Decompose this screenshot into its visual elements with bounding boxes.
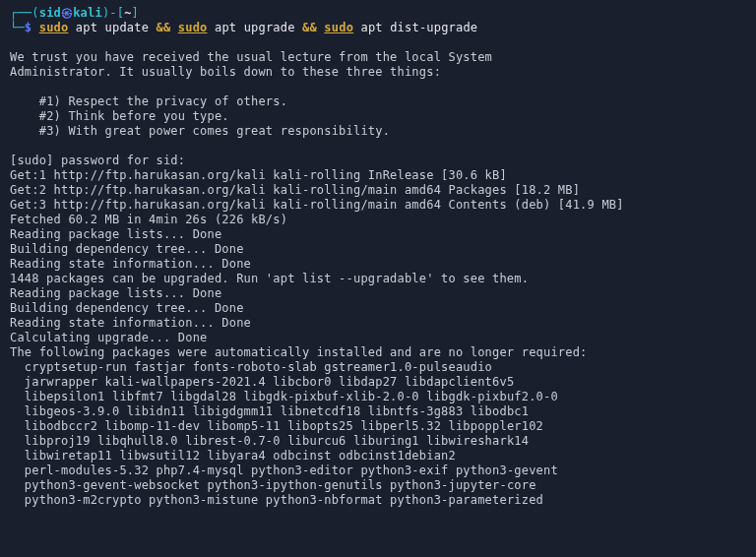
cmd-apt-distupgrade: apt dist-upgrade: [353, 21, 477, 34]
output-line: python3-m2crypto python3-mistune python3…: [10, 493, 543, 507]
text: ...: [185, 301, 207, 315]
text: Building dependency tree: [10, 242, 185, 256]
prompt-line-1: ┌──(sid㉿kali)-[~]: [10, 6, 139, 20]
text: Done: [207, 301, 243, 315]
text: ...: [163, 227, 185, 241]
text: Calculating upgrade: [10, 331, 149, 344]
text: Done: [215, 257, 251, 271]
cmd-sudo-3: sudo: [324, 21, 353, 34]
terminal-window[interactable]: ┌──(sid㉿kali)-[~] └─$ sudo apt update &&…: [0, 0, 756, 557]
output-line: Reading state information... Done: [10, 257, 251, 271]
output-line: Fetched 60.2 MB in 4min 26s (226 kB/s): [10, 213, 287, 226]
output-line: We trust you have received the usual lec…: [10, 50, 492, 64]
prompt-box-close: )-[: [102, 6, 124, 20]
output-line: libgeos-3.9.0 libidn11 libigdgmm11 libne…: [10, 404, 529, 418]
text: ...: [149, 331, 170, 344]
prompt-line-2: └─$ sudo apt update && sudo apt upgrade …: [10, 21, 477, 34]
output-line: Reading package lists... Done: [10, 227, 221, 241]
output-line: Building dependency tree... Done: [10, 242, 244, 256]
prompt-box-end: ]: [132, 6, 139, 20]
output-line: Administrator. It usually boils down to …: [10, 65, 441, 79]
cmd-sp-1: [170, 21, 177, 34]
output-line: Reading package lists... Done: [10, 286, 221, 300]
cmd-and-2: &&: [302, 21, 317, 34]
text: Building dependency tree: [10, 301, 185, 315]
output-line: The following packages were automaticall…: [10, 345, 588, 359]
prompt-dollar: $: [25, 21, 39, 34]
text: ...: [185, 242, 207, 256]
output-line: #2) Think before you type.: [10, 109, 229, 123]
text: Done: [170, 331, 207, 344]
prompt-host: kali: [73, 6, 102, 20]
prompt-cwd: ~: [124, 6, 131, 20]
output-line: libproj19 libqhull8.0 librest-0.7-0 libu…: [10, 434, 529, 448]
output-line: Get:2 http://ftp.harukasan.org/kali kali…: [10, 183, 580, 197]
output-line: #3) With great power comes great respons…: [10, 124, 390, 138]
output-line: [sudo] password for sid:: [10, 154, 185, 167]
text: ...: [163, 286, 185, 300]
output-line: libodbccr2 libomp-11-dev libomp5-11 libo…: [10, 419, 543, 433]
output-line: Building dependency tree... Done: [10, 301, 244, 315]
cmd-apt-upgrade: apt upgrade: [208, 21, 303, 34]
output-line: 1448 packages can be upgraded. Run 'apt …: [10, 272, 529, 285]
prompt-box-open: ┌──(: [10, 6, 39, 20]
cmd-sudo-2: sudo: [178, 21, 208, 34]
output-line: Get:1 http://ftp.harukasan.org/kali kali…: [10, 168, 507, 182]
text: Done: [207, 242, 243, 256]
cmd-apt-update: apt update: [68, 21, 156, 34]
text: Done: [215, 316, 251, 330]
cmd-and-1: &&: [157, 21, 171, 34]
output-line: libwiretap11 libwsutil12 libyara4 odbcin…: [10, 449, 456, 463]
output-line: jarwrapper kali-wallpapers-2021.4 libcbo…: [10, 375, 514, 389]
output-line: perl-modules-5.32 php7.4-mysql python3-e…: [10, 464, 558, 477]
text: Done: [185, 227, 221, 241]
output-line: libepsilon1 libfmt7 libgdal28 libgdk-pix…: [10, 390, 558, 403]
text: Reading package lists: [10, 286, 163, 300]
output-line: Get:3 http://ftp.harukasan.org/kali kali…: [10, 198, 624, 212]
text: Reading state information: [10, 257, 193, 271]
text: Reading state information: [10, 316, 193, 330]
text: Reading package lists: [10, 227, 163, 241]
text: ...: [193, 316, 215, 330]
output-line: Calculating upgrade... Done: [10, 331, 207, 344]
prompt-at: ㉿: [61, 6, 73, 20]
output-line: python3-gevent-websocket python3-ipython…: [10, 478, 536, 492]
output-line: #1) Respect the privacy of others.: [10, 94, 287, 108]
text: Done: [185, 286, 221, 300]
prompt-line2-prefix: └─: [10, 21, 25, 34]
output-line: Reading state information... Done: [10, 316, 251, 330]
cmd-sudo-1: sudo: [39, 21, 69, 34]
output-line: cryptsetup-run fastjar fonts-roboto-slab…: [10, 360, 492, 374]
text: ...: [193, 257, 215, 271]
prompt-user: sid: [39, 6, 61, 20]
